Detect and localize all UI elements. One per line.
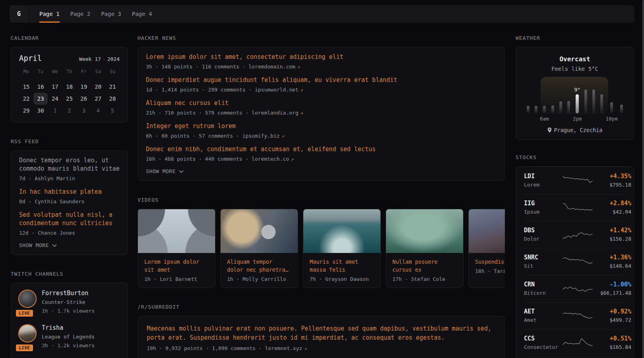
stock-values: +0.51% $165.84 <box>595 335 631 350</box>
calendar-day: 17 <box>48 81 62 93</box>
rss-item: Donec tempor eros leo, ut commodo mauris… <box>19 156 120 182</box>
video-title[interactable]: Suspendisse diam <box>475 258 505 266</box>
stock-name: Amet <box>524 317 561 323</box>
stock-row: SNRC Sit +1.36% $148.64 <box>524 248 626 275</box>
page-tab[interactable]: Page 2 <box>70 5 91 23</box>
item-domain[interactable]: loremnet.xyz <box>265 345 302 351</box>
temperature-bar <box>600 94 603 113</box>
rss-item-title[interactable]: Donec tempor eros leo, ut commodo mauris… <box>19 156 120 173</box>
rss-item-meta: 8d · Cynthia Saunders <box>19 198 120 205</box>
avatar <box>18 324 37 342</box>
video-card[interactable]: Suspendisse diam 18h · Tara <box>468 209 505 288</box>
day-header: We <box>48 67 62 76</box>
section-label-videos: VIDEOS <box>138 197 505 203</box>
item-domain[interactable]: ipsumworld.net <box>255 87 299 93</box>
video-card[interactable]: Lorem ipsum dolor sit amet consectetu… 1… <box>138 209 215 288</box>
twitch-channel-game: Counter-Strike <box>42 298 95 306</box>
stock-row: CCS Consectetur +0.51% $165.84 <box>524 329 626 356</box>
rss-item-title[interactable]: Sed volutpat nulla nisl, a condimentum n… <box>19 211 120 228</box>
twitch-channel-game: League of Legends <box>42 333 95 340</box>
stock-ticker: SNRC <box>524 254 561 261</box>
weather-bars: 6am <box>524 87 626 122</box>
rss-item: Sed volutpat nulla nisl, a condimentum n… <box>19 211 120 237</box>
stock-identity: DBS Dolor <box>524 227 561 242</box>
external-link-icon: ↗ <box>304 346 307 351</box>
calendar-day: 1 <box>48 105 62 117</box>
live-badge: LIVE <box>15 344 34 352</box>
twitch-channel-name[interactable]: ForrestBurton <box>42 290 95 297</box>
temperature-bar <box>610 102 613 113</box>
page-scrollbar[interactable] <box>642 0 644 358</box>
hacker-news-item-title[interactable]: Donec enim nibh, condimentum et accumsan… <box>146 145 497 154</box>
hacker-news-card: Lorem ipsum dolor sit amet, consectetur … <box>138 47 505 181</box>
video-title[interactable]: Nullam posuere cursus ex <box>392 258 457 274</box>
stock-identity: SNRC Sit <box>524 254 561 269</box>
hacker-news-item-title[interactable]: Lorem ipsum dolor sit amet, consectetur … <box>146 53 497 61</box>
stock-name: Ipsum <box>524 209 561 215</box>
stock-identity: IIG Ipsum <box>524 200 561 215</box>
item-domain[interactable]: ipsumify.biz <box>242 133 280 139</box>
hacker-news-item: Donec enim nibh, condimentum et accumsan… <box>146 145 497 163</box>
hacker-news-items: Lorem ipsum dolor sit amet, consectetur … <box>146 53 497 163</box>
temperature-bar <box>535 106 537 113</box>
stock-identity: CRN Bitcorn <box>524 281 561 296</box>
subreddit-post-title[interactable]: Maecenas mollis pulvinar erat non posuer… <box>147 324 496 342</box>
hacker-news-item-title[interactable]: Donec imperdiet augue tincidunt felis al… <box>146 76 497 84</box>
video-card[interactable]: Nullam posuere cursus ex 17h · Stefan Co… <box>386 209 464 288</box>
item-domain[interactable]: loremtech.co <box>252 156 289 162</box>
video-title[interactable]: Lorem ipsum dolor sit amet consectetu… <box>144 258 209 274</box>
avatar-photo <box>19 325 36 342</box>
twitch-channel-row[interactable]: LIVE Trisha League of Legends 3h · 1.2k … <box>18 324 120 349</box>
video-card[interactable]: Mauris sit amet massa felis 7h · Grayson… <box>303 209 381 288</box>
stock-price: $795.18 <box>595 182 631 188</box>
item-domain[interactable]: loremlandia.org <box>252 110 298 116</box>
video-title[interactable]: Aliquam tempor dolor nec pharetra… <box>227 258 291 274</box>
twitch-channel-row[interactable]: LIVE ForrestBurton Counter-Strike 1h · 1… <box>18 290 120 315</box>
stock-values: +1.42% $156.28 <box>595 227 631 242</box>
stock-change-percent: -1.00% <box>595 281 631 288</box>
weather-bar-column <box>557 100 565 122</box>
calendar-day: 28 <box>105 93 120 105</box>
item-meta-text: 1d · 1,414 points · 299 comments · <box>146 87 255 93</box>
page-tab[interactable]: Page 4 <box>132 5 152 23</box>
hacker-news-item-title[interactable]: Integer eget rutrum lorem <box>146 122 497 130</box>
video-thumbnail[interactable] <box>138 209 215 253</box>
avatar-photo <box>19 290 36 307</box>
calendar-day: 29 <box>19 105 33 117</box>
chevron-down-icon <box>52 244 57 247</box>
calendar-day: 22 <box>19 93 33 105</box>
hacker-news-item-meta: 1d · 1,414 points · 299 comments · ipsum… <box>146 86 497 93</box>
calendar-day: 4 <box>91 105 105 117</box>
stock-values: +4.35% $795.18 <box>595 173 631 188</box>
twitch-channel-name[interactable]: Trisha <box>42 324 95 332</box>
hacker-news-item-title[interactable]: Aliquam nec cursus elit <box>146 99 497 107</box>
stock-row: DBS Dolor +1.42% $156.28 <box>524 221 626 248</box>
video-thumbnail[interactable] <box>221 209 298 253</box>
item-meta-text: 21h · 710 points · 579 comments · <box>146 110 252 116</box>
stock-row: AHS +0.46% <box>524 356 626 358</box>
video-card[interactable]: Aliquam tempor dolor nec pharetra… 1h · … <box>220 209 298 288</box>
hacker-news-show-more-button[interactable]: SHOW MORE <box>146 168 497 174</box>
page-tab[interactable]: Page 3 <box>101 5 121 23</box>
stock-row: AET Amet +0.92% $499.72 <box>524 302 626 329</box>
video-thumbnail[interactable] <box>303 209 380 253</box>
weather-card: Overcast Feels like 5°C <box>516 47 634 140</box>
stock-values: +2.84% $42.04 <box>595 200 631 215</box>
rss-show-more-button[interactable]: SHOW MORE <box>19 242 120 248</box>
rss-item-title[interactable]: In hac habitasse platea <box>19 188 120 196</box>
item-domain[interactable]: loremdomain.com <box>248 64 295 70</box>
page-tab[interactable]: Page 1 <box>39 5 60 23</box>
hacker-news-item: Lorem ipsum dolor sit amet, consectetur … <box>146 53 497 70</box>
stock-identity: LDI Lorem <box>524 173 561 188</box>
item-meta-text: 3h · 148 points · 116 comments · <box>146 64 248 70</box>
stock-ticker: LDI <box>524 173 561 180</box>
video-thumbnail[interactable] <box>386 209 463 253</box>
app-logo: G <box>10 5 29 23</box>
show-more-label: SHOW MORE <box>19 242 49 248</box>
calendar-day: 23 <box>33 93 48 105</box>
current-temp-label: 9° <box>574 87 580 93</box>
video-title[interactable]: Mauris sit amet massa felis <box>310 258 374 274</box>
weather-bar-column <box>532 104 540 122</box>
video-thumbnail[interactable] <box>469 209 505 253</box>
subreddit-post-meta: 19h · 9,932 points · 1,090 comments · lo… <box>147 345 496 351</box>
